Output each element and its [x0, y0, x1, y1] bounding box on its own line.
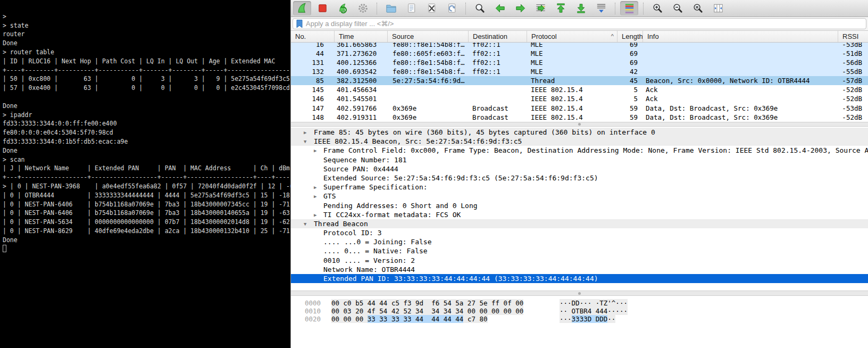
file-close-button[interactable] [422, 1, 440, 15]
detail-row[interactable]: ▼Thread Beacon [291, 219, 868, 228]
packet-row[interactable]: 146401.545501IEEE 802.15.45Ack-52dB [291, 94, 868, 103]
hex-bytes[interactable]: 00 c0 b5 44 44 c5 f3 9d f6 54 5a 27 5e f… [331, 299, 533, 307]
filter-bar [291, 17, 868, 31]
expand-icon[interactable]: ▶ [314, 146, 316, 155]
hex-row[interactable]: 000000 c0 b5 44 44 c5 f3 9d f6 54 5a 27 … [291, 299, 868, 307]
capture-stop-button[interactable] [313, 1, 331, 15]
column-header-protocol[interactable]: Protocol^ [527, 31, 617, 42]
detail-row[interactable]: 0010 .... = Version: 2 [291, 256, 868, 265]
capture-restart-button[interactable] [333, 1, 352, 15]
detail-row[interactable]: ▼IEEE 802.15.4 Beacon, Src: 5e:27:5a:54:… [291, 137, 868, 146]
packet-cell-destination: ff02::1 [469, 43, 527, 49]
packet-row[interactable]: 145401.456634IEEE 802.15.45Ack-52dB [291, 85, 868, 94]
detail-row[interactable]: ▶Superframe Specification: [291, 183, 868, 192]
hex-row[interactable]: 001000 03 20 4f 54 42 52 34 34 34 34 00 … [291, 307, 868, 315]
column-header-info[interactable]: Info [643, 31, 838, 42]
column-header-no[interactable]: No. [291, 31, 335, 42]
zoom-out-button[interactable] [669, 1, 687, 15]
packet-cell-time: 382.312500 [335, 76, 388, 85]
hex-ascii[interactable]: ···DD··· ·TZ'^··· [560, 299, 628, 307]
collapse-icon[interactable]: ▼ [304, 220, 306, 228]
expand-icon[interactable]: ▶ [314, 183, 316, 192]
detail-row[interactable]: .... ...0 = Joining: False [291, 237, 868, 246]
detail-row[interactable]: Pending Addresses: 0 Short and 0 Long [291, 201, 868, 210]
pane-splitter-top[interactable] [291, 122, 868, 127]
display-filter-field[interactable] [293, 18, 866, 29]
detail-text: Extended Source: 5e:27:5a:54:f6:9d:f3:c5… [291, 173, 868, 183]
file-save-button[interactable] [402, 1, 420, 15]
expand-icon[interactable]: ▶ [304, 128, 306, 137]
packet-row[interactable]: 131400.125366fe80::f8e1:54b8:f…ff02::1ML… [291, 58, 868, 67]
packet-row[interactable]: 147402.5917660x369eBroadcastIEEE 802.15.… [291, 104, 868, 113]
hex-ascii[interactable]: ···3333D DDD·· [560, 315, 615, 323]
terminal-window[interactable]: > > state router Done > router table | I… [0, 0, 290, 348]
packet-cell-info [643, 58, 838, 67]
go-to-packet-button[interactable] [531, 1, 549, 15]
capture-options-icon [357, 2, 369, 14]
expand-icon[interactable]: ▶ [314, 192, 316, 201]
packet-row[interactable]: 132400.693542fe80::f8e1:54b8:f…ff02::1ML… [291, 67, 868, 76]
packet-cell-destination: ff02::1 [469, 58, 527, 67]
packet-cell-info: Ack [643, 85, 838, 94]
detail-row[interactable]: ▶GTS [291, 192, 868, 201]
packet-cell-protocol: MLE [527, 43, 617, 49]
detail-row[interactable]: .... 0... = Native: False [291, 246, 868, 255]
hex-bytes[interactable]: 00 00 00 33 33 33 33 44 44 44 44 c7 80 [331, 315, 533, 323]
column-header-source[interactable]: Source [388, 31, 469, 42]
detail-row[interactable]: Source PAN: 0x4444 [291, 164, 868, 173]
expand-icon[interactable]: ▶ [314, 211, 316, 219]
packet-row[interactable]: 44371.273620fe80::605f:e603:f…ff02::1MLE… [291, 49, 868, 58]
resize-columns-button[interactable] [709, 1, 727, 15]
column-header-rssi[interactable]: RSSI [838, 31, 868, 42]
zoom-in-button[interactable] [648, 1, 666, 15]
packet-row[interactable]: 85382.3125005e:27:5a:54:f6:9d…Thread45Be… [291, 76, 868, 85]
pane-splitter-bottom[interactable] [291, 291, 868, 296]
find-button[interactable] [471, 1, 489, 15]
detail-row[interactable]: ▶Frame 85: 45 bytes on wire (360 bits), … [291, 128, 868, 137]
zoom-in-icon [652, 2, 664, 14]
hex-ascii[interactable]: ·· OTBR4 444····· [560, 307, 628, 315]
packet-cell-rssi: -55dB [838, 67, 868, 76]
file-open-button[interactable] [382, 1, 400, 15]
go-last-icon [575, 2, 587, 14]
reload-button[interactable] [443, 1, 461, 15]
detail-row[interactable]: Sequence Number: 181 [291, 155, 868, 164]
screen: > > state router Done > router table | I… [0, 0, 868, 348]
column-header-time[interactable]: Time [335, 31, 388, 42]
packet-row[interactable]: 148402.9193110x369eBroadcastIEEE 802.15.… [291, 113, 868, 122]
capture-options-button[interactable] [354, 1, 372, 15]
colorize-button[interactable] [620, 1, 638, 15]
go-forward-button[interactable] [511, 1, 529, 15]
bookmark-icon[interactable] [295, 19, 304, 29]
hex-bytes[interactable]: 00 03 20 4f 54 42 52 34 34 34 34 00 00 0… [331, 307, 533, 315]
auto-scroll-button[interactable] [592, 1, 610, 15]
capture-start-icon [296, 2, 308, 14]
packet-row[interactable]: 16361.665863fe80::f8e1:54b8:f…ff02::1MLE… [291, 43, 868, 49]
go-first-button[interactable] [552, 1, 570, 15]
detail-row[interactable]: Extended PAN ID: 33:33:33:33:44:44:44:44… [291, 274, 868, 283]
detail-row[interactable]: Extended Source: 5e:27:5a:54:f6:9d:f3:c5… [291, 173, 868, 183]
column-header-length[interactable]: Length [617, 31, 643, 42]
packet-cell-destination [469, 94, 527, 103]
collapse-icon[interactable]: ▼ [304, 137, 306, 146]
zoom-reset-button[interactable] [689, 1, 707, 15]
go-back-button[interactable] [491, 1, 509, 15]
packet-cell-protocol: IEEE 802.15.4 [527, 85, 617, 94]
hex-bytes-segment: c7 80 [463, 315, 487, 323]
detail-row[interactable]: ▶Frame Control Field: 0xc000, Frame Type… [291, 146, 868, 155]
display-filter-input[interactable] [306, 20, 864, 28]
packet-cell-destination: ff02::1 [469, 49, 527, 58]
packet-cell-protocol: IEEE 802.15.4 [527, 104, 617, 113]
hex-row[interactable]: 002000 00 00 33 33 33 33 44 44 44 44 c7 … [291, 315, 868, 323]
detail-row[interactable]: Network Name: OTBR4444 [291, 265, 868, 274]
capture-start-button[interactable] [293, 1, 311, 15]
packet-cell-time: 400.693542 [335, 67, 388, 76]
detail-row[interactable]: Protocol ID: 3 [291, 228, 868, 237]
detail-row[interactable]: ▶TI CC24xx-format metadata: FCS OK [291, 210, 868, 219]
column-header-destination[interactable]: Destination [469, 31, 527, 42]
packet-cell-protocol: MLE [527, 58, 617, 67]
go-last-button[interactable] [572, 1, 590, 15]
hex-offset: 0010 [305, 307, 323, 315]
hex-ascii-segment: ···DD··· ·TZ'^··· [560, 299, 628, 307]
packet-row-clipped[interactable]: 16361.665863fe80::f8e1:54b8:f…ff02::1MLE… [291, 43, 868, 49]
